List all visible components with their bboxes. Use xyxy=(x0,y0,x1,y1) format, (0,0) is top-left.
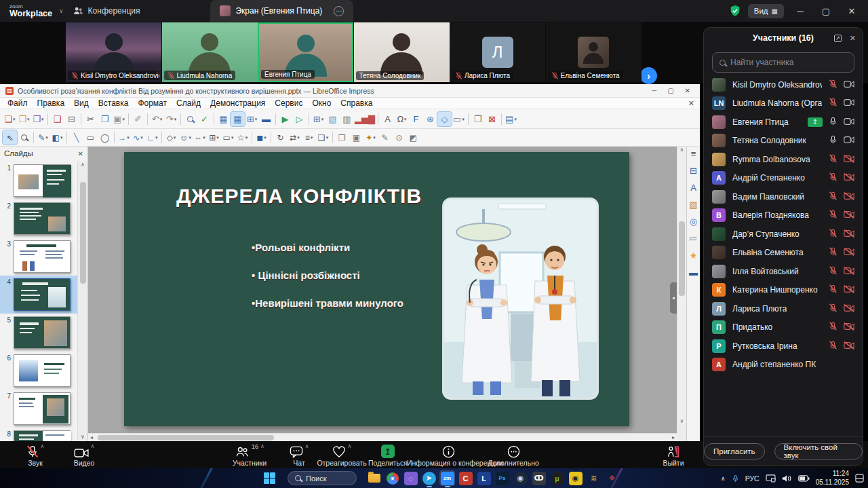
notification-center-icon[interactable] xyxy=(855,474,864,483)
tray-chevron-up-icon[interactable]: ∧ xyxy=(721,475,726,482)
slide-thumbnail[interactable] xyxy=(14,240,71,273)
slide-thumbnail-row[interactable]: 8 xyxy=(0,428,77,441)
participant-row[interactable]: Тетяна Солодовник xyxy=(704,132,863,151)
scroll-up-icon[interactable]: ∧ xyxy=(78,162,87,168)
save-icon[interactable]: ❒▾ xyxy=(31,112,45,126)
microphone-icon[interactable] xyxy=(829,134,837,147)
microphone-muted-icon[interactable] xyxy=(829,340,837,352)
taskbar-search[interactable]: Поиск xyxy=(288,471,357,485)
dropdown-caret-icon[interactable]: ▾ xyxy=(255,117,258,121)
scroll-left-icon[interactable]: ◂ xyxy=(90,434,93,440)
dropdown-caret-icon[interactable]: ▾ xyxy=(326,135,329,140)
stars-and-banners-icon[interactable]: ☆▾ xyxy=(235,130,250,145)
scroll-up-icon[interactable]: ∧ xyxy=(677,147,686,153)
points-icon[interactable]: ✎ xyxy=(378,130,392,145)
chevron-up-icon[interactable]: ∧ xyxy=(305,443,309,449)
duplicate-slide-icon[interactable]: ❐ xyxy=(471,112,485,126)
video-button[interactable]: ∧ Видео xyxy=(62,443,106,467)
tab-screen-share[interactable]: Экран (Евгения Птица) ⋯ xyxy=(210,0,353,22)
dropdown-caret-icon[interactable]: ▾ xyxy=(297,135,300,140)
camera-off-icon[interactable] xyxy=(844,172,854,184)
share-screen-button[interactable]: ↥ Поделиться xyxy=(362,443,414,467)
dropdown-caret-icon[interactable]: ▾ xyxy=(462,117,465,121)
dropdown-caret-icon[interactable]: ▾ xyxy=(60,135,63,140)
lines-and-arrows-icon[interactable]: →▾ xyxy=(117,130,131,145)
participant-row[interactable]: Ілля Войтовський xyxy=(704,262,863,281)
telegram-icon[interactable]: ➤ xyxy=(421,470,437,486)
slide-thumbnail-row[interactable]: 5 xyxy=(0,314,77,352)
microphone-muted-icon[interactable] xyxy=(829,284,837,296)
tab-conference[interactable]: Конференция xyxy=(64,0,150,22)
dropdown-caret-icon[interactable]: ▾ xyxy=(45,135,48,140)
scroll-down-icon[interactable]: ∨ xyxy=(677,418,686,424)
master-slide-icon[interactable]: ▬ xyxy=(259,112,273,126)
participant-row[interactable]: Ельвіна Семенюта xyxy=(704,244,863,263)
dropdown-caret-icon[interactable]: ▾ xyxy=(373,135,376,140)
slides-panel-scrollbar[interactable]: ∧ ∨ xyxy=(77,162,87,441)
scrollbar-thumb[interactable] xyxy=(80,182,86,284)
microphone-muted-icon[interactable] xyxy=(829,265,837,278)
crop-image-icon[interactable]: ▣ xyxy=(349,130,363,145)
participant-row[interactable]: ККатерина Нишпоренко xyxy=(704,281,863,300)
filter-icon[interactable]: ✦▾ xyxy=(363,130,378,145)
language-indicator[interactable]: РУС xyxy=(745,474,760,483)
video-tile[interactable]: Тетяна Солодовник xyxy=(354,22,450,82)
align-objects-icon[interactable]: ≡▾ xyxy=(302,130,316,145)
unmute-button[interactable]: Включить свой звук xyxy=(774,443,863,459)
camera-off-icon[interactable] xyxy=(844,284,854,296)
microphone-muted-icon[interactable] xyxy=(829,209,837,221)
rectangle-icon[interactable]: ▭ xyxy=(83,130,98,145)
video-tile[interactable]: Евгения Птица xyxy=(258,22,353,82)
participant-row[interactable]: Евгения Птица↥ xyxy=(704,113,863,132)
callouts-icon[interactable]: ▭▾ xyxy=(221,130,235,145)
tray-microphone-icon[interactable] xyxy=(732,474,739,483)
display-grid-icon[interactable]: ▦ xyxy=(216,112,231,126)
camera-off-icon[interactable] xyxy=(844,303,854,315)
chevron-up-icon[interactable]: ∧ xyxy=(260,443,264,449)
red-duo-app-icon[interactable]: ❖ xyxy=(604,470,620,486)
audio-button[interactable]: ∧ Звук xyxy=(15,443,56,467)
delete-slide-icon[interactable]: ⊠ xyxy=(485,112,499,126)
arrange-icon[interactable]: ❑▾ xyxy=(316,130,330,145)
microphone-muted-icon[interactable] xyxy=(829,303,837,315)
properties-icon[interactable]: ⊟ xyxy=(690,166,697,175)
camera-icon[interactable] xyxy=(844,134,854,147)
copy-icon[interactable]: ❐ xyxy=(98,112,112,126)
fill-color-icon[interactable]: ◧▾ xyxy=(50,130,64,145)
microphone-muted-icon[interactable] xyxy=(829,191,837,203)
chrome-icon[interactable] xyxy=(384,470,400,486)
chevron-up-icon[interactable]: ∧ xyxy=(91,443,95,449)
basic-shapes-icon[interactable]: ◇▾ xyxy=(164,130,178,145)
dropdown-caret-icon[interactable]: ▾ xyxy=(140,135,143,140)
participant-row[interactable]: ЛЛариса Плюта xyxy=(704,299,863,318)
horizontal-scrollbar[interactable]: ◂ ▸ xyxy=(88,433,677,441)
cut-icon[interactable]: ✂ xyxy=(83,112,98,126)
zoom-icon[interactable] xyxy=(17,130,31,145)
flip-icon[interactable]: ⇄▾ xyxy=(288,130,302,145)
next-page-arrow-button[interactable]: › xyxy=(640,67,657,84)
red-app-icon[interactable]: С xyxy=(458,470,473,486)
master-slides-icon[interactable]: ▬ xyxy=(689,268,698,277)
menu-Файл[interactable]: Файл xyxy=(3,98,33,108)
redo-icon[interactable]: ↷▾ xyxy=(164,112,178,126)
slide-thumbnail[interactable] xyxy=(14,278,71,311)
camera-off-icon[interactable] xyxy=(844,321,854,333)
dropdown-caret-icon[interactable]: ▾ xyxy=(27,117,30,121)
slide-thumbnail[interactable] xyxy=(14,354,71,387)
start-from-current-slide-icon[interactable]: ▷ xyxy=(292,112,307,126)
menu-Правка[interactable]: Правка xyxy=(33,98,70,108)
start-button[interactable] xyxy=(262,470,277,486)
menu-Формат[interactable]: Формат xyxy=(133,98,172,108)
close-document-icon[interactable]: ✕ xyxy=(688,99,700,108)
discord-icon[interactable]: ↀ xyxy=(531,470,547,486)
security-shield-icon[interactable] xyxy=(729,5,741,17)
file-explorer-icon[interactable] xyxy=(366,470,382,486)
microphone-icon[interactable] xyxy=(829,116,837,128)
symbol-shapes-icon[interactable]: ☺▾ xyxy=(178,130,193,145)
participant-row[interactable]: ААндрій Степаненко xyxy=(704,169,863,188)
slide-thumbnail[interactable] xyxy=(14,316,71,349)
camera-icon[interactable] xyxy=(844,116,854,128)
glue-points-icon[interactable]: ⊙ xyxy=(392,130,406,145)
styles-icon[interactable]: A xyxy=(690,183,696,192)
slide-transition-icon[interactable]: ≔ xyxy=(689,234,698,243)
